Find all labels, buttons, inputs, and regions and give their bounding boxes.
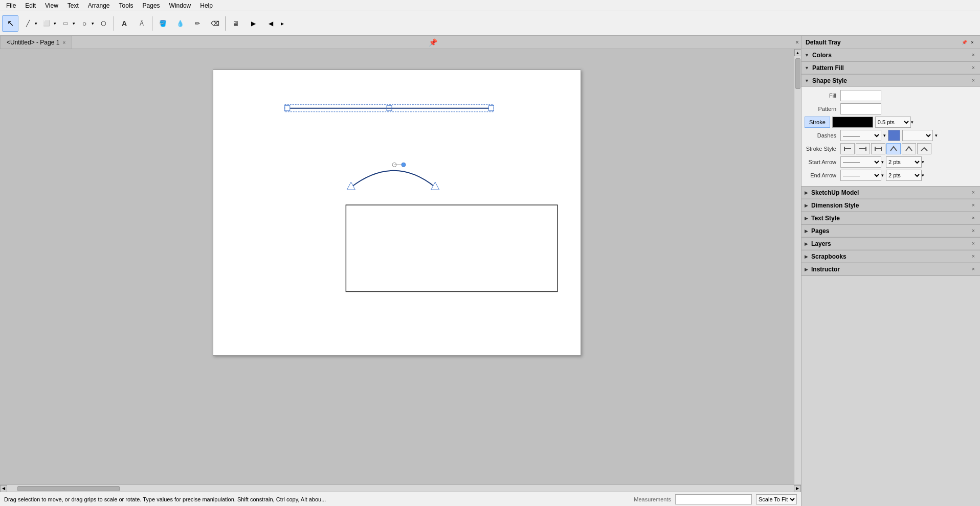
menu-view[interactable]: View — [41, 1, 62, 10]
colors-header[interactable]: ▼ Colors × — [801, 49, 980, 61]
menu-arrange[interactable]: Arrange — [84, 1, 114, 10]
menu-window[interactable]: Window — [165, 1, 195, 10]
fill-swatch[interactable] — [840, 90, 881, 101]
eyedropper-btn[interactable]: 💧 — [172, 15, 188, 32]
circle-tool-btn[interactable]: ○ — [76, 15, 93, 32]
pattern-row: Pattern — [805, 103, 977, 114]
shape-style-label: Shape Style — [812, 77, 970, 84]
more-dropdown[interactable]: ▸ — [281, 20, 284, 27]
menu-edit[interactable]: Edit — [21, 1, 40, 10]
measurements-input[interactable] — [675, 494, 752, 504]
stroke-style-miter-btn[interactable] — [886, 143, 901, 154]
shape-style-close-btn[interactable]: × — [970, 77, 977, 84]
stroke-style-flat-btn[interactable] — [840, 143, 855, 154]
scale-select[interactable]: Scale To Fit 50% 75% 100% 150% 200% — [756, 494, 797, 504]
start-arrow-label: Start Arrow — [805, 159, 840, 165]
end-arrow-pts-dropdown[interactable]: ▾ — [922, 173, 924, 178]
stroke-pts-dropdown[interactable]: ▾ — [911, 120, 914, 125]
stroke-style-round-join-btn[interactable] — [917, 143, 931, 154]
vertical-scrollbar[interactable]: ▲ — [794, 49, 801, 485]
instructor-close-btn[interactable]: × — [970, 266, 977, 273]
scroll-up-btn[interactable]: ▲ — [794, 49, 801, 56]
stroke-btn[interactable]: Stroke — [805, 117, 830, 128]
forward-btn[interactable]: ▶ — [245, 15, 261, 32]
scrapbooks-close-btn[interactable]: × — [970, 253, 977, 260]
start-arrow-dropdown[interactable]: ▾ — [881, 159, 884, 165]
dimension-style-close-btn[interactable]: × — [970, 202, 977, 209]
menu-pages[interactable]: Pages — [139, 1, 164, 10]
text-path-btn[interactable]: Ã — [133, 15, 150, 32]
scroll-thumb-vertical[interactable] — [795, 58, 800, 89]
eraser-btn[interactable]: ⌫ — [207, 15, 223, 32]
svg-rect-17 — [881, 147, 882, 151]
colors-close-btn[interactable]: × — [970, 52, 977, 59]
tab-close-btn[interactable]: × — [62, 40, 65, 45]
dash-pts-arrow[interactable]: ▾ — [935, 133, 938, 138]
circle-dropdown[interactable]: ▾ — [92, 21, 94, 26]
dash-pattern-select[interactable]: ——— - - - - · · · · — [840, 130, 881, 141]
paint-bucket-btn[interactable]: 🪣 — [154, 15, 171, 32]
stroke-style-bevel-btn[interactable] — [902, 143, 916, 154]
dimension-style-header[interactable]: ▶ Dimension Style × — [801, 199, 980, 212]
menu-tools[interactable]: Tools — [115, 1, 138, 10]
layers-close-btn[interactable]: × — [970, 240, 977, 247]
text-style-close-btn[interactable]: × — [970, 215, 977, 222]
rect-dropdown[interactable]: ▾ — [73, 21, 75, 26]
end-arrow-dropdown[interactable]: ▾ — [881, 173, 884, 178]
stroke-color-swatch[interactable] — [832, 117, 873, 128]
shape-dropdown[interactable]: ▾ — [54, 21, 56, 26]
pencil-btn[interactable]: ✏ — [189, 15, 206, 32]
text-tool-btn[interactable]: A — [116, 15, 132, 32]
tab-pin-btn[interactable]: 📌 — [427, 36, 439, 49]
canvas-inner[interactable] — [0, 49, 794, 485]
pages-close-btn[interactable]: × — [970, 227, 977, 235]
pages-header[interactable]: ▶ Pages × — [801, 225, 980, 237]
scroll-thumb-horizontal[interactable] — [17, 486, 120, 491]
menu-help[interactable]: Help — [196, 1, 217, 10]
start-arrow-pts-dropdown[interactable]: ▾ — [922, 159, 924, 165]
layers-header[interactable]: ▶ Layers × — [801, 238, 980, 250]
line-tool-dropdown[interactable]: ▾ — [35, 21, 37, 26]
tab-area-close[interactable]: × — [795, 39, 799, 46]
polygon-tool-btn[interactable]: ⬡ — [95, 15, 112, 32]
line-tool-btn[interactable]: ╱ — [19, 15, 36, 32]
scroll-left-btn[interactable]: ◀ — [0, 485, 7, 492]
scroll-right-btn[interactable]: ▶ — [794, 485, 801, 492]
scrapbooks-header[interactable]: ▶ Scrapbooks × — [801, 250, 980, 263]
start-arrow-pts-select[interactable]: 2 pts 4 pts 6 pts — [886, 156, 922, 168]
dash-dropdown-arrow[interactable]: ▾ — [883, 133, 886, 138]
menu-file[interactable]: File — [2, 1, 20, 10]
select-tool-btn[interactable]: ↖ — [2, 15, 18, 32]
dash-color-swatch[interactable] — [888, 130, 900, 141]
backward-btn[interactable]: ◀ — [262, 15, 279, 32]
stroke-style-round-btn[interactable] — [856, 143, 870, 154]
shape-style-header[interactable]: ▼ Shape Style × — [801, 75, 980, 87]
scrapbooks-section: ▶ Scrapbooks × — [801, 250, 980, 263]
pattern-fill-close-btn[interactable]: × — [970, 64, 977, 72]
screen-btn[interactable]: 🖥 — [228, 15, 244, 32]
stroke-pts-select[interactable]: 0.5 pts 1 pt 2 pts 3 pts — [875, 117, 911, 128]
page-tab[interactable]: <Untitled> - Page 1 × — [0, 36, 72, 49]
statusbar: Drag selection to move, or drag grips to… — [0, 492, 801, 506]
svg-marker-6 — [431, 182, 439, 190]
start-arrow-select[interactable]: ——— → ▶ — [840, 156, 881, 168]
sketchup-model-close-btn[interactable]: × — [970, 189, 977, 196]
menu-text[interactable]: Text — [63, 1, 83, 10]
shape-style-triangle: ▼ — [805, 78, 809, 83]
pattern-fill-header[interactable]: ▼ Pattern Fill × — [801, 62, 980, 74]
sketchup-model-header[interactable]: ▶ SketchUp Model × — [801, 187, 980, 199]
pattern-fill-section: ▼ Pattern Fill × — [801, 62, 980, 75]
text-style-header[interactable]: ▶ Text Style × — [801, 212, 980, 224]
panel-close-btn[interactable]: × — [969, 39, 976, 46]
panel-pin-btn[interactable]: 📌 — [961, 39, 968, 46]
horizontal-scrollbar[interactable]: ◀ ▶ — [0, 485, 801, 492]
rect-tool-btn[interactable]: ▭ — [57, 15, 74, 32]
end-arrow-pts-select[interactable]: 2 pts 4 pts 6 pts — [886, 170, 922, 181]
instructor-header[interactable]: ▶ Instructor × — [801, 263, 980, 275]
end-arrow-select[interactable]: ——— → ▶ — [840, 170, 881, 181]
shape-tool-btn[interactable]: ⬜ — [38, 15, 55, 32]
stroke-style-square-btn[interactable] — [871, 143, 885, 154]
sketchup-model-label: SketchUp Model — [811, 189, 970, 196]
dash-pts-select[interactable] — [902, 130, 933, 141]
pattern-swatch[interactable] — [840, 103, 881, 114]
